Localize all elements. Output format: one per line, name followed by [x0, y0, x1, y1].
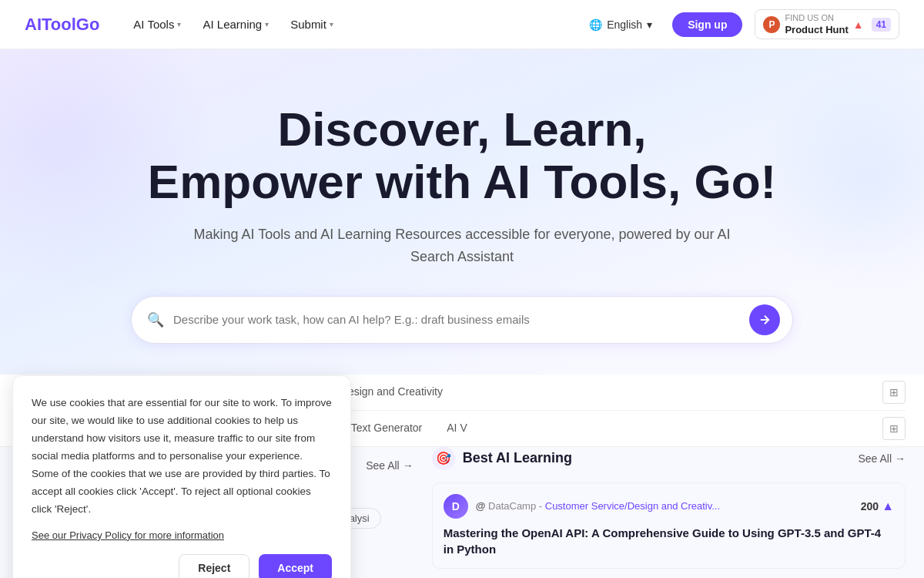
- submit-chevron-icon: ▾: [330, 20, 333, 29]
- search-input[interactable]: [173, 313, 749, 326]
- learning-meta: @ DataCamp - Customer Service/Design and…: [476, 500, 720, 512]
- nav-ai-learning[interactable]: AI Learning ▾: [193, 12, 278, 37]
- ai-learning-chevron-icon: ▾: [265, 20, 269, 29]
- logo-prefix: AITool: [25, 15, 76, 34]
- learning-item-title: Mastering the OpenAI API: A Comprehensiv…: [444, 525, 894, 557]
- learning-item-header: D @ DataCamp - Customer Service/Design a…: [444, 494, 894, 519]
- hero-subtitle: Making AI Tools and AI Learning Resource…: [192, 223, 732, 268]
- nav-links: AI Tools ▾ AI Learning ▾ Submit ▾: [124, 12, 581, 37]
- cookie-banner: We use cookies that are essential for ou…: [12, 375, 351, 578]
- learning-item[interactable]: D @ DataCamp - Customer Service/Design a…: [432, 482, 906, 569]
- privacy-policy-link[interactable]: See our Privacy Policy for more informat…: [32, 529, 224, 541]
- vote-count: 200 ▲: [861, 499, 894, 513]
- nav-right: 🌐 English ▾ Sign up P FIND US ON Product…: [581, 9, 899, 39]
- nav-submit[interactable]: Submit ▾: [281, 12, 343, 37]
- main-wrapper: Training Customer Service Information Te…: [0, 375, 924, 578]
- search-bar: 🔍: [131, 296, 793, 344]
- lang-chevron-icon: ▾: [647, 18, 652, 31]
- navbar: AIToolGo AI Tools ▾ AI Learning ▾ Submit…: [0, 0, 924, 49]
- reject-button[interactable]: Reject: [179, 554, 249, 578]
- cookie-text: We use cookies that are essential for ou…: [32, 395, 332, 519]
- learning-avatar: D: [444, 494, 468, 519]
- nav-ai-tools[interactable]: AI Tools ▾: [124, 12, 190, 37]
- see-all-learning-arrow-icon: →: [895, 452, 906, 465]
- ph-logo-icon: P: [763, 16, 780, 33]
- search-icon: 🔍: [147, 311, 164, 328]
- search-submit-button[interactable]: [749, 304, 780, 335]
- vote-arrow-icon: ▲: [882, 499, 894, 513]
- accept-button[interactable]: Accept: [259, 554, 332, 578]
- globe-icon: 🌐: [589, 18, 602, 31]
- see-all-learning-link[interactable]: See All →: [858, 452, 906, 465]
- filter-chip-ai-v[interactable]: AI V: [434, 411, 479, 446]
- learning-section: 🎯 Best AI Learning See All → D @ DataCam…: [432, 447, 906, 578]
- ph-info: FIND US ON Product Hunt: [785, 13, 848, 35]
- expand-categories-button[interactable]: ⊞: [882, 381, 906, 404]
- product-hunt-badge[interactable]: P FIND US ON Product Hunt ▲ 41: [755, 9, 899, 39]
- cookie-actions: Reject Accept: [32, 554, 332, 578]
- ai-tools-chevron-icon: ▾: [177, 20, 181, 29]
- signup-button[interactable]: Sign up: [672, 12, 742, 37]
- see-all-arrow-icon: →: [403, 459, 413, 472]
- site-logo[interactable]: AIToolGo: [25, 15, 99, 35]
- language-selector[interactable]: 🌐 English ▾: [581, 14, 660, 35]
- ph-count-badge: 41: [872, 18, 891, 32]
- expand-tools-button[interactable]: ⊞: [882, 417, 906, 440]
- logo-suffix: Go: [76, 15, 100, 34]
- see-all-tools-link[interactable]: See All →: [366, 459, 413, 472]
- learning-section-title: 🎯 Best AI Learning: [432, 447, 572, 470]
- learning-section-icon: 🎯: [432, 447, 455, 470]
- hero-section: Discover, Learn, Empower with AI Tools, …: [0, 49, 924, 375]
- learning-section-header: 🎯 Best AI Learning See All →: [432, 447, 906, 470]
- ph-arrow-icon: ▲: [853, 18, 864, 31]
- hero-heading: Discover, Learn, Empower with AI Tools, …: [15, 103, 909, 208]
